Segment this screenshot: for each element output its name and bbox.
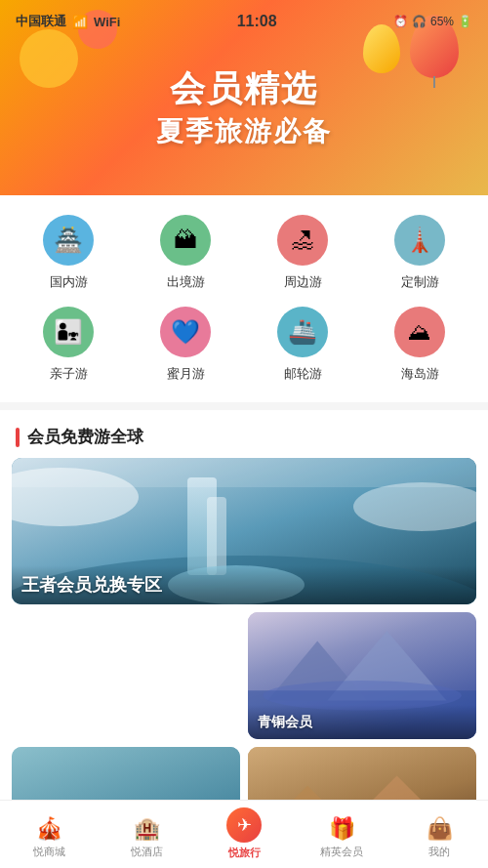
status-carrier: 中国联通 📶 WiFi	[16, 13, 120, 30]
travel-center-icon: ✈	[226, 807, 262, 843]
honeymoon-icon: 💙	[160, 307, 211, 357]
section-bar-accent	[16, 428, 20, 447]
banner-title1: 会员精选	[156, 65, 332, 113]
card-bronze-overlay: 青铜会员	[248, 705, 476, 739]
category-nearby[interactable]: 🏖 周边游	[244, 215, 361, 291]
status-time: 11:08	[237, 13, 277, 30]
nearby-icon: 🏖	[277, 215, 328, 266]
cruise-icon: 🚢	[277, 307, 328, 357]
domestic-icon: 🏯	[43, 215, 94, 266]
nav-shop[interactable]: 🎪 悦商城	[0, 801, 98, 868]
card-bronze[interactable]: 青铜会员	[248, 612, 476, 739]
nav-vip-label: 精英会员	[320, 845, 363, 859]
nav-hotel-label: 悦酒店	[131, 845, 163, 859]
banner-title2: 夏季旅游必备	[156, 113, 332, 150]
island-icon: ⛰	[394, 307, 445, 357]
category-honeymoon[interactable]: 💙 蜜月游	[127, 307, 244, 383]
status-bar: 中国联通 📶 WiFi 11:08 ⏰ 🎧 65% 🔋	[0, 0, 488, 43]
category-outbound[interactable]: 🏔 出境游	[127, 215, 244, 291]
domestic-label: 国内游	[50, 273, 88, 291]
category-domestic[interactable]: 🏯 国内游	[10, 215, 127, 291]
category-grid: 🏯 国内游 🏔 出境游 🏖 周边游 🗼 定制游 👨‍👧 亲子游 💙 蜜月游 🚢 …	[0, 195, 488, 402]
nav-mine[interactable]: 👜 我的	[390, 801, 488, 868]
nav-vip[interactable]: 🎁 精英会员	[293, 801, 390, 868]
card-bronze-label: 青铜会员	[258, 714, 312, 729]
member-section-title: 会员免费游全球	[27, 426, 143, 448]
category-cruise[interactable]: 🚢 邮轮游	[244, 307, 361, 383]
category-island[interactable]: ⛰ 海岛游	[361, 307, 478, 383]
honeymoon-label: 蜜月游	[167, 365, 205, 383]
island-label: 海岛游	[401, 365, 439, 383]
shop-icon: 🎪	[36, 816, 62, 842]
card-king[interactable]: 王者会员兑换专区	[12, 458, 476, 604]
family-label: 亲子游	[50, 365, 88, 383]
nav-travel-label: 悦旅行	[228, 846, 261, 860]
nav-hotel[interactable]: 🏨 悦酒店	[98, 801, 195, 868]
nav-travel[interactable]: ✈ 悦旅行	[195, 801, 293, 868]
status-battery: ⏰ 🎧 65% 🔋	[393, 15, 472, 28]
mine-icon: 👜	[427, 816, 453, 842]
outbound-icon: 🏔	[160, 215, 211, 266]
nav-mine-label: 我的	[428, 845, 450, 859]
svg-rect-7	[12, 458, 476, 487]
bottom-nav: 🎪 悦商城 🏨 悦酒店 ✈ 悦旅行 🎁 精英会员 👜 我的	[0, 800, 488, 868]
cruise-label: 邮轮游	[284, 365, 322, 383]
family-icon: 👨‍👧	[43, 307, 94, 357]
vip-icon: 🎁	[329, 816, 355, 842]
custom-label: 定制游	[401, 273, 439, 291]
outbound-label: 出境游	[167, 273, 205, 291]
member-section-header: 会员免费游全球	[0, 410, 488, 458]
svg-rect-3	[207, 497, 226, 575]
category-family[interactable]: 👨‍👧 亲子游	[10, 307, 127, 383]
card-king-label: 王者会员兑换专区	[21, 575, 162, 595]
nearby-label: 周边游	[284, 273, 322, 291]
category-custom[interactable]: 🗼 定制游	[361, 215, 478, 291]
category-section: 🏯 国内游 🏔 出境游 🏖 周边游 🗼 定制游 👨‍👧 亲子游 💙 蜜月游 🚢 …	[0, 195, 488, 402]
card-king-overlay: 王者会员兑换专区	[12, 565, 476, 604]
banner-text: 会员精选 夏季旅游必备	[156, 65, 332, 150]
custom-icon: 🗼	[394, 215, 445, 266]
nav-shop-label: 悦商城	[33, 845, 65, 859]
hotel-icon: 🏨	[134, 816, 160, 842]
